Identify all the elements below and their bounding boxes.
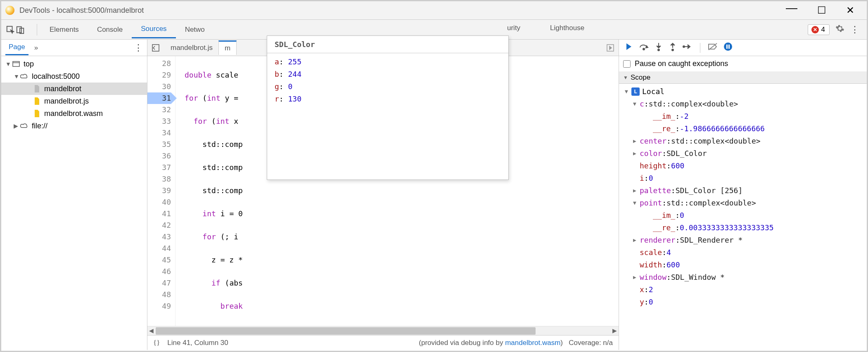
- tab-network[interactable]: Netwo: [176, 21, 214, 38]
- page-tab[interactable]: Page: [5, 40, 28, 55]
- nav-toggle-icon[interactable]: [151, 44, 161, 52]
- coverage-label: Coverage: n/a: [569, 339, 613, 347]
- var-c-re[interactable]: __re_: -1.9866666666666666: [622, 123, 867, 135]
- svg-point-12: [724, 43, 732, 51]
- tree-host[interactable]: ▼ localhost:5000: [1, 70, 147, 83]
- step-into-icon[interactable]: [655, 42, 663, 53]
- var-width[interactable]: width: 600: [622, 259, 867, 271]
- debug-info-link[interactable]: mandelbrot.wasm: [505, 339, 560, 347]
- maximize-button[interactable]: ☐: [817, 5, 826, 16]
- var-i[interactable]: i: 0: [622, 172, 867, 184]
- var-center[interactable]: ▶center: std::complex<double>: [622, 135, 867, 147]
- resume-icon[interactable]: [624, 43, 633, 53]
- tree-file-scheme[interactable]: ▶ file://: [1, 120, 147, 132]
- var-scale[interactable]: scale: 4: [622, 246, 867, 259]
- cursor-position: Line 41, Column 30: [167, 339, 228, 347]
- svg-rect-3: [13, 61, 19, 66]
- hover-tooltip: SDL_Color a: 255 b: 244 g: 0 r: 130: [267, 35, 509, 180]
- var-height[interactable]: height: 600: [622, 160, 867, 172]
- tree-file-wasm[interactable]: mandelbrot.wasm: [1, 107, 147, 120]
- var-palette[interactable]: ▶palette: SDL_Color [256]: [622, 184, 867, 197]
- scope-section-header[interactable]: ▼Scope: [619, 72, 867, 84]
- debugger-panel: Pause on caught exceptions ▼Scope ▼LLoca…: [619, 40, 867, 350]
- navigator-sidebar: Page » ⋮ ▼ top ▼ localhost:5000 mandelbr…: [1, 40, 147, 350]
- tab-lighthouse[interactable]: Lighthouse: [550, 24, 584, 32]
- tab-console[interactable]: Console: [88, 21, 132, 38]
- editor-tab-active[interactable]: m: [218, 40, 237, 55]
- close-button[interactable]: ✕: [846, 5, 854, 16]
- step-out-icon[interactable]: [669, 42, 677, 53]
- inspect-icon[interactable]: [5, 25, 15, 34]
- script-icon: [33, 110, 41, 117]
- error-count-badge[interactable]: ✕ 4: [808, 24, 830, 35]
- tab-security-partial[interactable]: urity: [507, 24, 520, 32]
- svg-rect-14: [728, 45, 730, 49]
- document-icon: [33, 85, 41, 92]
- editor-tab-js[interactable]: mandelbrot.js: [165, 41, 218, 54]
- svg-point-9: [672, 49, 674, 51]
- kebab-menu-icon[interactable]: ⋮: [850, 24, 859, 35]
- tree-file-js[interactable]: mandelbrot.js: [1, 95, 147, 107]
- deactivate-breakpoints-icon[interactable]: [708, 43, 718, 53]
- scope-local[interactable]: ▼LLocal: [622, 85, 867, 98]
- var-y[interactable]: y: 0: [622, 296, 867, 308]
- var-point-im[interactable]: __im_: 0: [622, 209, 867, 222]
- pretty-print-icon[interactable]: {}: [153, 339, 160, 347]
- pause-caught-checkbox[interactable]: [623, 60, 631, 68]
- more-tabs[interactable]: »: [34, 44, 38, 52]
- tab-sources[interactable]: Sources: [132, 21, 175, 38]
- var-point[interactable]: ▼point: std::complex<double>: [622, 197, 867, 209]
- horizontal-scrollbar[interactable]: ◀ ▶: [147, 326, 619, 335]
- svg-point-10: [683, 46, 685, 47]
- step-over-icon[interactable]: [639, 43, 649, 53]
- error-icon: ✕: [811, 26, 819, 33]
- device-toggle-icon[interactable]: [15, 25, 25, 34]
- tree-file-mandelbrot[interactable]: mandelbrot: [1, 83, 147, 95]
- tree-top[interactable]: ▼ top: [1, 58, 147, 70]
- var-color[interactable]: ▶color: SDL_Color: [622, 147, 867, 160]
- var-x[interactable]: x: 2: [622, 283, 867, 296]
- cloud-icon: [20, 122, 28, 130]
- var-window[interactable]: ▶window: SDL_Window *: [622, 271, 867, 283]
- svg-point-7: [643, 48, 645, 50]
- window-titlebar: DevTools - localhost:5000/mandelbrot — ☐…: [1, 1, 867, 20]
- pause-exceptions-icon[interactable]: [723, 42, 733, 53]
- svg-rect-1: [17, 26, 21, 33]
- settings-icon[interactable]: [835, 24, 844, 35]
- devtools-icon: [5, 6, 14, 15]
- var-renderer[interactable]: ▶renderer: SDL_Renderer *: [622, 234, 867, 246]
- var-c-im[interactable]: __im_: -2: [622, 110, 867, 123]
- sidebar-kebab-icon[interactable]: ⋮: [134, 43, 143, 53]
- cloud-icon: [20, 73, 28, 80]
- script-icon: [33, 97, 41, 105]
- svg-point-8: [658, 49, 659, 51]
- var-c[interactable]: ▼c: std::complex<double>: [622, 98, 867, 110]
- run-snippet-icon[interactable]: [605, 44, 615, 52]
- line-gutter[interactable]: 2829303132333435363738394041424344454647…: [147, 56, 175, 326]
- pause-caught-label: Pause on caught exceptions: [635, 59, 728, 68]
- var-point-re[interactable]: __re_: 0.0033333333333333335: [622, 222, 867, 234]
- svg-rect-13: [726, 45, 728, 49]
- error-count: 4: [821, 26, 825, 34]
- step-icon[interactable]: [683, 43, 693, 53]
- window-title: DevTools - localhost:5000/mandelbrot: [19, 6, 144, 15]
- editor-statusbar: {} Line 41, Column 30 (provided via debu…: [147, 335, 619, 350]
- tab-elements[interactable]: Elements: [40, 21, 88, 38]
- tooltip-title: SDL_Color: [267, 36, 508, 53]
- minimize-button[interactable]: —: [786, 1, 797, 14]
- frame-icon: [12, 60, 20, 68]
